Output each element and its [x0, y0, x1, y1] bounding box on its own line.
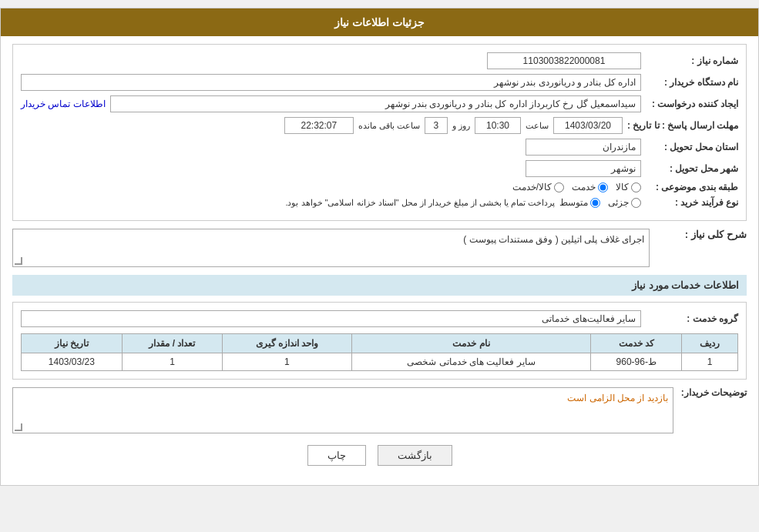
- purchase-note: پرداخت تمام یا بخشی از مبلغ خریدار از مح…: [285, 198, 555, 208]
- back-button[interactable]: بازگشت: [378, 445, 452, 466]
- purchase-type-radio-group: جزئی متوسط: [559, 197, 641, 208]
- category-kala-label: کالا: [616, 182, 629, 192]
- buyer-notes-value: بازدید از محل الزامی است: [567, 393, 667, 403]
- table-cell-date: 1403/03/23: [22, 353, 123, 371]
- city-label: شهر محل تحویل :: [646, 163, 738, 174]
- response-remaining: 22:32:07: [284, 117, 354, 134]
- purchase-type-motavaset-radio[interactable]: [590, 198, 600, 208]
- category-kala-khedmat-label: کالا/خدمت: [512, 182, 552, 192]
- col-service-name: نام خدمت: [351, 334, 591, 353]
- table-cell-service_code: ط-96-960: [591, 353, 682, 371]
- province-value: مازندران: [526, 139, 641, 156]
- action-buttons: بازگشت چاپ: [12, 445, 747, 466]
- col-date: تاریخ نیاز: [22, 334, 123, 353]
- buyer-notes-resize-handle[interactable]: [15, 423, 22, 431]
- category-khedmat-label: خدمت: [572, 182, 596, 192]
- service-group-value: سایر فعالیت‌های خدماتی: [21, 310, 641, 327]
- response-days-label: روز و: [452, 121, 470, 131]
- purchase-type-jozi-label: جزئی: [608, 197, 629, 208]
- purchase-type-motavaset-label: متوسط: [559, 197, 588, 208]
- purchase-type-motavaset[interactable]: متوسط: [559, 197, 600, 208]
- page-title: جزئیات اطلاعات نیاز: [1, 8, 758, 36]
- table-row: 1ط-96-960سایر فعالیت های خدماتی شخصی1114…: [22, 353, 738, 371]
- category-kala-radio[interactable]: [631, 182, 641, 192]
- category-kala-khedmat-radio[interactable]: [554, 182, 564, 192]
- category-khedmat[interactable]: خدمت: [572, 182, 608, 192]
- services-section-header: اطلاعات خدمات مورد نیاز: [12, 275, 747, 296]
- table-cell-service_name: سایر فعالیت های خدماتی شخصی: [351, 353, 591, 371]
- buyer-notes-box: بازدید از محل الزامی است: [12, 387, 673, 433]
- response-days: 3: [425, 117, 448, 134]
- category-radio-group: کالا خدمت کالا/خدمت: [512, 182, 641, 192]
- table-cell-unit: 1: [223, 353, 351, 371]
- creator-label: ایجاد کننده درخواست :: [646, 99, 738, 109]
- table-cell-row: 1: [682, 353, 738, 371]
- buyer-notes-label: توضیحات خریدار:: [681, 387, 747, 398]
- col-service-code: کد خدمت: [591, 334, 682, 353]
- col-row: ردیف: [682, 334, 738, 353]
- col-quantity: تعداد / مقدار: [122, 334, 223, 353]
- response-time-label: ساعت: [526, 121, 549, 131]
- col-unit: واحد اندازه گیری: [223, 334, 351, 353]
- desc-resize-handle[interactable]: [15, 257, 22, 265]
- category-label: طبقه بندی موضوعی :: [646, 182, 738, 192]
- purchase-type-jozi-radio[interactable]: [631, 198, 641, 208]
- general-desc-section-label: شرح کلی نیاز :: [654, 229, 747, 240]
- print-button[interactable]: چاپ: [307, 445, 366, 466]
- category-kala[interactable]: کالا: [616, 182, 641, 192]
- response-date: 1403/03/20: [553, 117, 623, 134]
- category-kala-khedmat[interactable]: کالا/خدمت: [512, 182, 564, 192]
- contact-info-link[interactable]: اطلاعات تماس خریدار: [21, 99, 106, 109]
- request-number-value: 1103003822000081: [487, 52, 641, 69]
- province-label: استان محل تحویل :: [646, 142, 738, 152]
- general-desc-value: اجرای غلاف پلی اتیلین ( وفق مستندات پیوس…: [463, 234, 644, 245]
- service-group-label: گروه خدمت :: [646, 313, 738, 324]
- category-khedmat-radio[interactable]: [598, 182, 608, 192]
- purchase-type-label: نوع فرآیند خرید :: [646, 197, 738, 208]
- purchase-type-jozi[interactable]: جزئی: [608, 197, 641, 208]
- services-table: ردیف کد خدمت نام خدمت واحد اندازه گیری ت…: [21, 333, 738, 371]
- response-time: 10:30: [475, 117, 521, 134]
- response-remaining-label: ساعت باقی مانده: [358, 121, 420, 131]
- city-value: نوشهر: [526, 160, 641, 177]
- buyer-org-label: نام دستگاه خریدار :: [646, 77, 738, 88]
- request-number-label: شماره نیاز :: [646, 55, 738, 66]
- general-desc-box: اجرای غلاف پلی اتیلین ( وفق مستندات پیوس…: [12, 229, 650, 267]
- table-cell-quantity: 1: [122, 353, 223, 371]
- response-deadline-label: مهلت ارسال پاسخ : تا تاریخ :: [627, 120, 738, 131]
- creator-value: سیداسمعیل گل رخ کاربرداز اداره کل بنادر …: [110, 95, 641, 112]
- buyer-org-value: اداره کل بنادر و دریانوردی بندر نوشهر: [21, 74, 641, 91]
